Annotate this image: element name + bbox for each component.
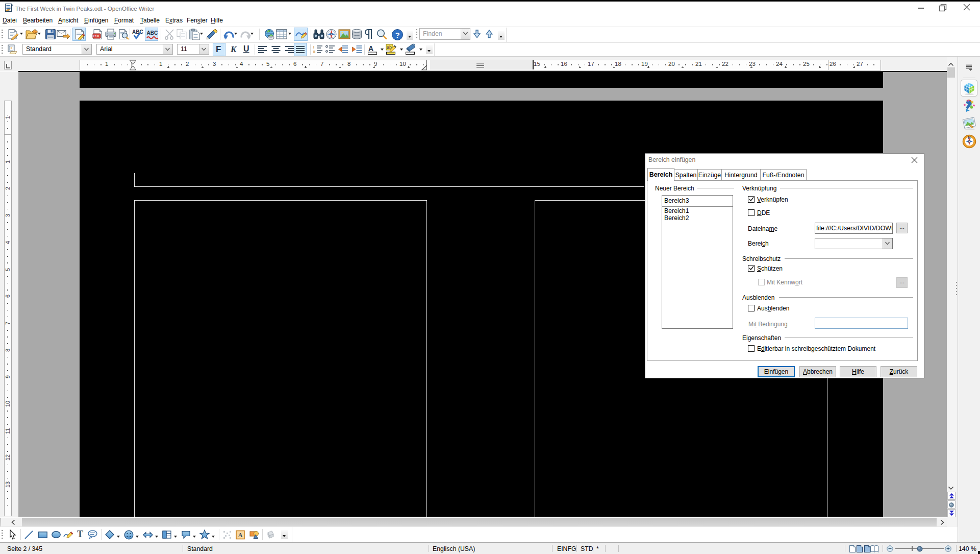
svg-text:?: ? <box>395 31 399 39</box>
svg-text:II: II <box>313 50 315 54</box>
svg-text:ABC: ABC <box>132 29 143 35</box>
svg-text:I: I <box>313 45 314 50</box>
svg-text:A: A <box>238 532 243 539</box>
svg-text:A: A <box>368 44 373 53</box>
svg-text:ABC: ABC <box>147 30 158 36</box>
svg-text:PDF: PDF <box>93 34 100 38</box>
